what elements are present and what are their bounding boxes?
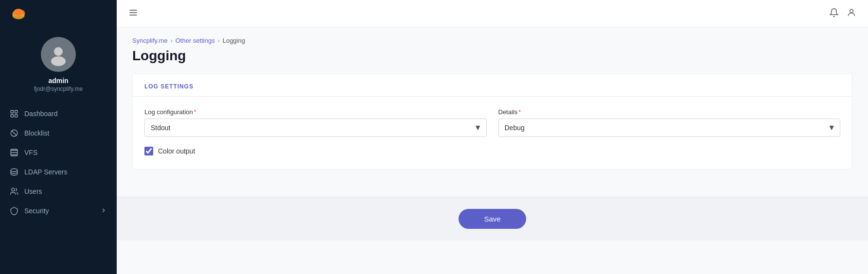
security-icon [10, 206, 18, 215]
content-area: Syncplify.me › Other settings › Logging … [117, 27, 868, 274]
user-profile-icon[interactable] [847, 8, 856, 19]
details-group: Details* Debug Info Warning Error ▼ [498, 108, 841, 137]
sidebar-item-users[interactable]: Users [0, 182, 117, 201]
sidebar-item-ldap-label: LDAP Servers [24, 168, 67, 176]
sidebar-item-security[interactable]: Security [0, 201, 117, 221]
notifications-icon[interactable] [829, 8, 839, 19]
sidebar-item-users-label: Users [24, 188, 42, 195]
color-output-row: Color output [144, 147, 840, 155]
details-select-wrapper: Debug Info Warning Error ▼ [498, 119, 841, 137]
topbar [117, 0, 868, 27]
profile-name: admin [48, 77, 68, 85]
dashboard-icon [10, 109, 18, 118]
color-output-checkbox[interactable] [144, 147, 153, 155]
topbar-icons [829, 8, 856, 19]
log-config-select[interactable]: Stdout File Syslog [144, 119, 487, 137]
sidebar-item-vfs-label: VFS [24, 149, 37, 156]
sidebar-item-blocklist[interactable]: Blocklist [0, 123, 117, 143]
svg-point-3 [14, 9, 23, 16]
sidebar-profile: admin fjodr@syncplify.me [0, 27, 117, 100]
details-select[interactable]: Debug Info Warning Error [498, 119, 841, 137]
blocklist-icon [10, 129, 18, 137]
log-settings-header: LOG SETTINGS [133, 74, 852, 97]
profile-email: fjodr@syncplify.me [34, 86, 83, 92]
sidebar-item-security-label: Security [24, 207, 49, 215]
log-config-required: * [194, 108, 196, 116]
sidebar-item-dashboard[interactable]: Dashboard [0, 104, 117, 123]
content-inner: Syncplify.me › Other settings › Logging … [117, 27, 868, 197]
avatar-icon [47, 43, 70, 66]
svg-point-4 [54, 47, 63, 56]
vfs-icon [10, 148, 18, 157]
sidebar-logo [0, 0, 117, 27]
hamburger-icon[interactable] [128, 8, 138, 19]
svg-point-13 [11, 169, 18, 171]
ldap-icon [10, 168, 18, 176]
log-config-group: Log configuration* Stdout File Syslog ▼ [144, 108, 487, 137]
breadcrumb-root[interactable]: Syncplify.me [132, 37, 168, 44]
log-settings-body: Log configuration* Stdout File Syslog ▼ [133, 97, 852, 169]
main-area: Syncplify.me › Other settings › Logging … [117, 0, 868, 274]
details-label: Details* [498, 108, 841, 116]
sidebar: admin fjodr@syncplify.me Dashboard Block… [0, 0, 117, 274]
sidebar-item-vfs[interactable]: VFS [0, 143, 117, 162]
page-title: Logging [132, 48, 852, 64]
breadcrumb-sep-2: › [218, 37, 220, 44]
log-settings-card: LOG SETTINGS Log configuration* Stdout [132, 73, 852, 170]
breadcrumb-current: Logging [223, 37, 245, 44]
color-output-label[interactable]: Color output [158, 147, 195, 155]
svg-rect-8 [11, 115, 13, 117]
svg-point-5 [51, 56, 66, 66]
log-config-select-wrapper: Stdout File Syslog ▼ [144, 119, 487, 137]
breadcrumb-sep-1: › [171, 37, 173, 44]
log-settings-section-title: LOG SETTINGS [144, 83, 194, 90]
logo-icon [10, 5, 27, 22]
breadcrumb: Syncplify.me › Other settings › Logging [132, 37, 852, 44]
log-config-row: Log configuration* Stdout File Syslog ▼ [144, 108, 840, 137]
sidebar-item-dashboard-label: Dashboard [24, 110, 58, 118]
security-chevron-icon [100, 207, 107, 215]
avatar [41, 37, 76, 72]
log-config-label: Log configuration* [144, 108, 487, 116]
svg-line-11 [12, 131, 17, 136]
svg-rect-7 [15, 110, 18, 113]
svg-rect-9 [15, 115, 18, 117]
svg-point-14 [12, 188, 15, 191]
sidebar-nav: Dashboard Blocklist VFS LDAP Ser [0, 100, 117, 274]
svg-point-18 [850, 9, 853, 13]
details-required: * [518, 108, 521, 116]
breadcrumb-parent[interactable]: Other settings [176, 37, 215, 44]
form-footer: Save [117, 197, 868, 240]
sidebar-item-ldap[interactable]: LDAP Servers [0, 162, 117, 182]
svg-rect-6 [11, 110, 13, 113]
users-icon [10, 187, 18, 196]
sidebar-item-blocklist-label: Blocklist [24, 129, 49, 137]
save-button[interactable]: Save [459, 209, 526, 229]
